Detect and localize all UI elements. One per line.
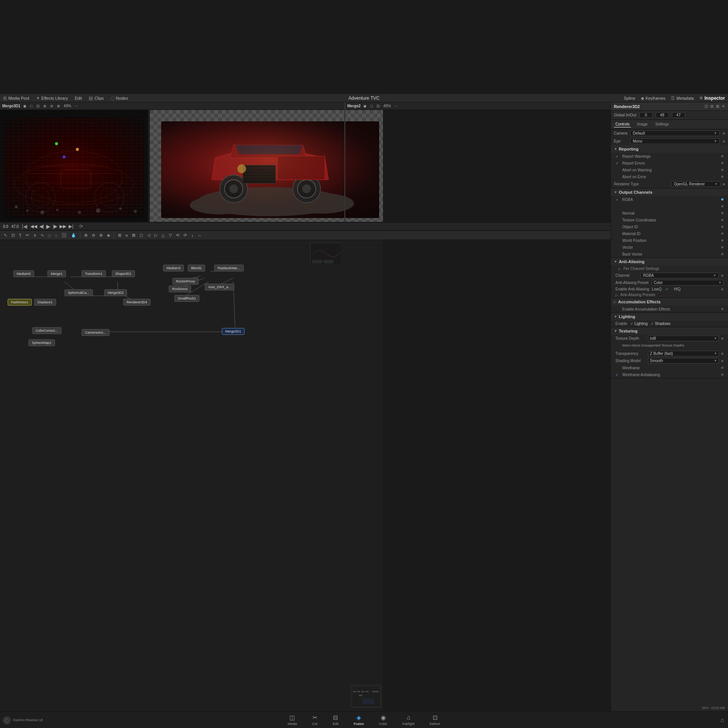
- node-transform1[interactable]: Transform1: [82, 270, 106, 277]
- node-colorcorrect[interactable]: ColorCorrect...: [32, 327, 61, 334]
- tool-14[interactable]: ▷: [153, 232, 159, 238]
- menu-media-pool[interactable]: ⊞ Media Pool: [3, 96, 29, 101]
- home-btn[interactable]: ⌂: [720, 717, 724, 723]
- bottom-deliver[interactable]: ⊡ Deliver: [430, 714, 440, 726]
- tool-pointer[interactable]: ↖: [2, 232, 9, 238]
- node-rockinxxx[interactable]: Rockinxxx: [169, 286, 191, 292]
- menu-clips[interactable]: ▤ Clips: [89, 96, 104, 101]
- menu-effects-library[interactable]: ✦ Effects Library: [36, 96, 68, 101]
- reporting-section-header[interactable]: ▼ Reporting: [611, 145, 728, 153]
- node-blend1[interactable]: Blend1: [188, 265, 205, 271]
- texture-depth-dropdown[interactable]: int8 ▼: [648, 336, 719, 341]
- node-replacematc[interactable]: ReplaceMatc...: [214, 265, 244, 271]
- keyframes-tab[interactable]: ◆ Keyframes: [641, 96, 666, 101]
- node-mediain5[interactable]: MediaIn5: [13, 270, 34, 277]
- tool-19[interactable]: ↕: [190, 232, 195, 238]
- nodes-panel[interactable]: MediaIn5 Merge1 Transform1 Shape3D1 Sphe…: [0, 240, 383, 711]
- tool-9[interactable]: ⊞: [116, 232, 123, 238]
- right-viewer-btn-2[interactable]: □: [369, 104, 374, 108]
- node-rockinproxy[interactable]: RockinProxy: [173, 278, 199, 285]
- menu-edit[interactable]: Edit: [75, 96, 82, 100]
- aa-preset-dropdown[interactable]: Color ▼: [652, 280, 723, 286]
- viewer-btn-4[interactable]: ⊕: [42, 104, 47, 108]
- tool-10[interactable]: ≡: [124, 232, 129, 238]
- play-btn[interactable]: ▶: [46, 223, 50, 229]
- shadows-chk[interactable]: ✓ Shadows: [651, 322, 670, 326]
- viewer-btn-2[interactable]: □: [29, 104, 34, 108]
- tool-11[interactable]: ⊠: [130, 232, 137, 238]
- viewer-fps[interactable]: 49%: [63, 104, 72, 108]
- per-channel-label[interactable]: Per Channel Settings: [623, 267, 720, 271]
- tool-polyline[interactable]: ∧: [32, 232, 38, 238]
- bottom-color[interactable]: ◉ Color: [379, 714, 388, 726]
- bottom-edit[interactable]: ⊟ Edit: [333, 714, 339, 726]
- spline-tab[interactable]: Spline: [624, 96, 635, 100]
- loop-btn[interactable]: ⟳: [79, 224, 83, 229]
- output-channels-header[interactable]: ▼ Output Channels: [611, 188, 728, 196]
- tool-select[interactable]: ⊡: [10, 232, 16, 238]
- camera-dropdown[interactable]: Default ▼: [630, 130, 720, 136]
- node-point-orange[interactable]: [76, 148, 79, 151]
- viewer-btn-1[interactable]: ◉: [22, 104, 28, 108]
- inspector-tab-image[interactable]: Image: [635, 121, 649, 127]
- inspector-btn-2[interactable]: ⊞: [710, 104, 714, 109]
- node-smallrock1[interactable]: SmallRock1: [174, 295, 199, 302]
- play-forward-btn[interactable]: ▶▶: [60, 224, 66, 229]
- tool-15[interactable]: △: [160, 232, 166, 238]
- node-point-green[interactable]: [55, 142, 58, 145]
- node-camerasinc[interactable]: CamerasInc...: [82, 329, 110, 336]
- menu-nodes[interactable]: ◌ Nodes: [111, 96, 128, 101]
- node-fastnoise1[interactable]: FastNoise1: [8, 299, 32, 306]
- timeline-transport-start[interactable]: |◀: [22, 223, 27, 229]
- node-mediain3[interactable]: MediaIn3: [163, 265, 184, 271]
- right-viewer-btn-more[interactable]: ···: [394, 104, 399, 108]
- tool-brush[interactable]: ✏: [24, 232, 31, 238]
- aa-presets-row[interactable]: ▷ Anti-Aliasing Presets: [611, 292, 728, 298]
- step-back-btn[interactable]: ◀|: [39, 224, 44, 229]
- accumulation-header[interactable]: ▷ Accumulation Effects: [611, 298, 728, 306]
- bottom-fairlight[interactable]: ♫ Fairlight: [402, 714, 414, 726]
- tool-dropper[interactable]: 💧: [69, 232, 78, 238]
- node-merge3d1[interactable]: Merge3D1: [222, 328, 245, 335]
- tool-16[interactable]: ▽: [167, 232, 173, 238]
- node-point-blue[interactable]: [63, 155, 66, 158]
- tool-paint[interactable]: ⬛: [60, 232, 68, 238]
- right-viewer-btn-1[interactable]: ◉: [362, 104, 368, 108]
- tool-7[interactable]: ⊗: [98, 232, 104, 238]
- node-displace1[interactable]: Displace1: [34, 299, 56, 306]
- viewer-btn-3[interactable]: ⊡: [35, 104, 41, 108]
- node-merge1[interactable]: Merge1: [47, 270, 66, 277]
- tool-bspline[interactable]: ∿: [39, 232, 46, 238]
- right-viewer-viewport[interactable]: [150, 110, 383, 222]
- inspector-tab[interactable]: ✕ Inspector: [699, 96, 725, 101]
- shading-model-dropdown[interactable]: Smooth ▼: [648, 358, 719, 364]
- channel-dropdown[interactable]: RGBA ▼: [640, 273, 719, 278]
- renderer-type-dropdown[interactable]: OpenGL Renderer ▼: [671, 181, 720, 187]
- node-asstzwxa[interactable]: Asst_ZWX_a...: [205, 284, 234, 290]
- tool-13[interactable]: ◁: [146, 232, 152, 238]
- tool-12[interactable]: ◻: [138, 232, 144, 238]
- viewer-btn-more[interactable]: ···: [74, 104, 79, 108]
- node-spheremap1[interactable]: SphereMap1: [28, 339, 55, 346]
- report-errors-check[interactable]: ✓: [615, 161, 620, 165]
- inspector-tab-settings[interactable]: Settings: [654, 121, 670, 127]
- tool-text[interactable]: T: [17, 232, 23, 238]
- tool-17[interactable]: ⟲: [174, 232, 181, 238]
- current-frame-box[interactable]: 47: [672, 112, 685, 118]
- node-shape3d1[interactable]: Shape3D1: [112, 270, 135, 277]
- global-in-box[interactable]: 0: [639, 112, 653, 118]
- right-viewer-fps[interactable]: 49%: [382, 104, 392, 108]
- step-forward-btn[interactable]: |▶: [53, 224, 57, 229]
- lowq-check[interactable]: ✓: [665, 287, 668, 291]
- hiq-label[interactable]: HIQ: [674, 287, 681, 291]
- node-renderer3d4[interactable]: Renderer3D4: [123, 299, 151, 306]
- inspector-close-btn[interactable]: ✕: [722, 104, 725, 109]
- tool-6[interactable]: ⊖: [90, 232, 97, 238]
- tool-20[interactable]: ↔: [196, 232, 203, 238]
- transparency-dropdown[interactable]: Z Buffer (fast) ▼: [648, 351, 719, 356]
- node-sphericalca[interactable]: SphericalCa...: [64, 289, 93, 296]
- tool-circle[interactable]: ○: [53, 232, 59, 238]
- inspector-tab-controls[interactable]: Controls: [614, 121, 631, 127]
- bottom-media[interactable]: ◫ Media: [288, 714, 297, 726]
- left-viewer-viewport[interactable]: [0, 110, 148, 222]
